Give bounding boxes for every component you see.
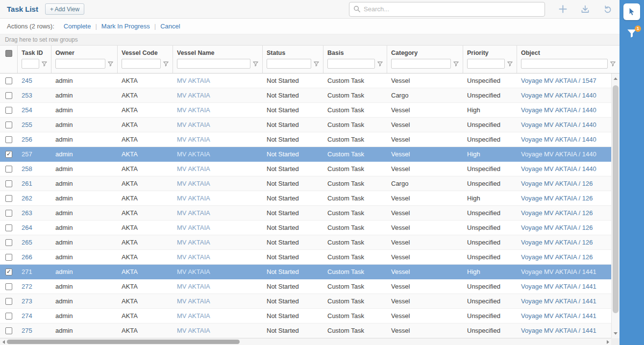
horizontal-scroll-thumb[interactable] bbox=[7, 340, 240, 344]
object-link[interactable]: Voyage MV AKTAIA / 1440 bbox=[521, 106, 596, 114]
task-id-link[interactable]: 263 bbox=[22, 209, 32, 217]
row-select-cell[interactable] bbox=[0, 180, 18, 187]
row-select-cell[interactable] bbox=[0, 269, 18, 275]
row-select-cell[interactable] bbox=[0, 298, 18, 305]
vessel-name-link[interactable]: MV AKTAIA bbox=[177, 209, 210, 217]
column-header-owner[interactable]: Owner bbox=[51, 46, 118, 73]
row-select-cell[interactable] bbox=[0, 136, 18, 143]
column-header-status[interactable]: Status bbox=[263, 46, 323, 73]
table-row[interactable]: 275 admin AKTA MV AKTAIA Not Started Cus… bbox=[0, 323, 611, 338]
scroll-down-arrow[interactable] bbox=[612, 329, 619, 337]
vessel-name-link[interactable]: MV AKTAIA bbox=[177, 136, 210, 143]
vessel-name-link[interactable]: MV AKTAIA bbox=[177, 150, 210, 158]
task-id-link[interactable]: 271 bbox=[22, 268, 32, 275]
object-link[interactable]: Voyage MV AKTAIA / 1441 bbox=[521, 297, 596, 305]
row-select-cell[interactable] bbox=[0, 92, 18, 99]
row-checkbox[interactable] bbox=[5, 151, 12, 158]
object-link[interactable]: Voyage MV AKTAIA / 126 bbox=[521, 209, 593, 217]
row-checkbox[interactable] bbox=[5, 210, 12, 217]
add-view-button[interactable]: + Add View bbox=[45, 3, 84, 15]
vertical-scroll-thumb[interactable] bbox=[613, 85, 619, 313]
filter-funnel-icon[interactable] bbox=[610, 61, 616, 67]
row-checkbox[interactable] bbox=[5, 313, 12, 320]
vessel-name-link[interactable]: MV AKTAIA bbox=[177, 224, 210, 231]
task-id-link[interactable]: 256 bbox=[22, 136, 32, 143]
task-id-link[interactable]: 264 bbox=[22, 224, 32, 231]
task-id-link[interactable]: 257 bbox=[22, 150, 32, 158]
task-id-link[interactable]: 255 bbox=[22, 121, 32, 128]
row-select-cell[interactable] bbox=[0, 254, 18, 261]
table-row[interactable]: 253 admin AKTA MV AKTAIA Not Started Cus… bbox=[0, 88, 611, 103]
row-checkbox[interactable] bbox=[5, 239, 12, 246]
row-select-cell[interactable] bbox=[0, 195, 18, 202]
filter-funnel-icon[interactable] bbox=[507, 61, 513, 67]
download-icon[interactable] bbox=[580, 4, 590, 14]
vessel-name-link[interactable]: MV AKTAIA bbox=[177, 327, 210, 334]
vessel-name-link[interactable]: MV AKTAIA bbox=[177, 297, 210, 305]
filter-funnel-icon[interactable] bbox=[377, 61, 383, 67]
scroll-right-arrow[interactable] bbox=[604, 339, 611, 345]
vessel-name-link[interactable]: MV AKTAIA bbox=[177, 121, 210, 128]
table-row[interactable]: 262 admin AKTA MV AKTAIA Not Started Cus… bbox=[0, 191, 611, 206]
table-row[interactable]: 255 admin AKTA MV AKTAIA Not Started Cus… bbox=[0, 118, 611, 132]
row-select-cell[interactable] bbox=[0, 224, 18, 231]
column-header-priority[interactable]: Priority bbox=[463, 46, 517, 73]
table-row[interactable]: 264 admin AKTA MV AKTAIA Not Started Cus… bbox=[0, 221, 611, 235]
row-checkbox[interactable] bbox=[5, 92, 12, 99]
action-mark-in-progress[interactable]: Mark In Progress bbox=[101, 23, 150, 30]
row-select-cell[interactable] bbox=[0, 210, 18, 217]
filter-funnel-icon[interactable] bbox=[453, 61, 459, 67]
table-row[interactable]: 266 admin AKTA MV AKTAIA Not Started Cus… bbox=[0, 250, 611, 265]
object-link[interactable]: Voyage MV AKTAIA / 1441 bbox=[521, 268, 596, 275]
row-select-cell[interactable] bbox=[0, 283, 18, 290]
object-link[interactable]: Voyage MV AKTAIA / 1440 bbox=[521, 136, 596, 143]
select-all-checkbox[interactable] bbox=[5, 50, 12, 57]
task-id-link[interactable]: 274 bbox=[22, 312, 32, 320]
table-row[interactable]: 254 admin AKTA MV AKTAIA Not Started Cus… bbox=[0, 103, 611, 118]
column-header-category[interactable]: Category bbox=[387, 46, 463, 73]
vessel-name-link[interactable]: MV AKTAIA bbox=[177, 253, 210, 261]
filter-input-category[interactable] bbox=[391, 59, 451, 69]
object-link[interactable]: Voyage MV AKTAIA / 126 bbox=[521, 224, 593, 231]
object-link[interactable]: Voyage MV AKTAIA / 1441 bbox=[521, 327, 596, 334]
row-group-drop-zone[interactable]: Drag here to set row groups bbox=[0, 34, 619, 46]
table-row[interactable]: 271 admin AKTA MV AKTAIA Not Started Cus… bbox=[0, 265, 611, 279]
column-header-taskid[interactable]: Task ID bbox=[18, 46, 51, 73]
scroll-left-arrow[interactable] bbox=[0, 339, 7, 345]
task-id-link[interactable]: 265 bbox=[22, 239, 32, 246]
task-id-link[interactable]: 261 bbox=[22, 180, 32, 187]
row-checkbox[interactable] bbox=[5, 269, 12, 275]
row-checkbox[interactable] bbox=[5, 77, 12, 84]
search-input[interactable] bbox=[364, 5, 541, 13]
object-link[interactable]: Voyage MV AKTAIA / 126 bbox=[521, 253, 593, 261]
row-select-cell[interactable] bbox=[0, 122, 18, 128]
object-link[interactable]: Voyage MV AKTAIA / 1440 bbox=[521, 121, 596, 128]
row-select-cell[interactable] bbox=[0, 151, 18, 158]
task-id-link[interactable]: 253 bbox=[22, 92, 32, 99]
vessel-name-link[interactable]: MV AKTAIA bbox=[177, 180, 210, 187]
task-id-link[interactable]: 275 bbox=[22, 327, 32, 334]
column-header-vcode[interactable]: Vessel Code bbox=[118, 46, 173, 73]
search-box[interactable] bbox=[349, 2, 545, 17]
vessel-name-link[interactable]: MV AKTAIA bbox=[177, 165, 210, 172]
row-checkbox[interactable] bbox=[5, 224, 12, 231]
table-row[interactable]: 272 admin AKTA MV AKTAIA Not Started Cus… bbox=[0, 279, 611, 294]
table-row[interactable]: 274 admin AKTA MV AKTAIA Not Started Cus… bbox=[0, 309, 611, 323]
scroll-up-arrow[interactable] bbox=[612, 74, 619, 82]
row-checkbox[interactable] bbox=[5, 254, 12, 261]
filter-input-priority[interactable] bbox=[467, 59, 505, 69]
object-link[interactable]: Voyage MV AKTAIA / 126 bbox=[521, 180, 593, 187]
row-checkbox[interactable] bbox=[5, 195, 12, 202]
task-id-link[interactable]: 262 bbox=[22, 195, 32, 202]
table-row[interactable]: 263 admin AKTA MV AKTAIA Not Started Cus… bbox=[0, 206, 611, 221]
object-link[interactable]: Voyage MV AKTAIA / 126 bbox=[521, 239, 593, 246]
object-link[interactable]: Voyage MV AKTAIA / 1441 bbox=[521, 283, 596, 290]
table-row[interactable]: 245 admin AKTA MV AKTAIA Not Started Cus… bbox=[0, 74, 611, 88]
object-link[interactable]: Voyage MV AKTAIA / 1440 bbox=[521, 165, 596, 172]
row-checkbox[interactable] bbox=[5, 327, 12, 334]
filter-funnel-icon[interactable] bbox=[108, 61, 113, 67]
undo-icon[interactable] bbox=[603, 4, 613, 14]
row-checkbox[interactable] bbox=[5, 136, 12, 143]
task-id-link[interactable]: 245 bbox=[22, 77, 32, 84]
filter-funnel-icon[interactable] bbox=[314, 61, 319, 67]
